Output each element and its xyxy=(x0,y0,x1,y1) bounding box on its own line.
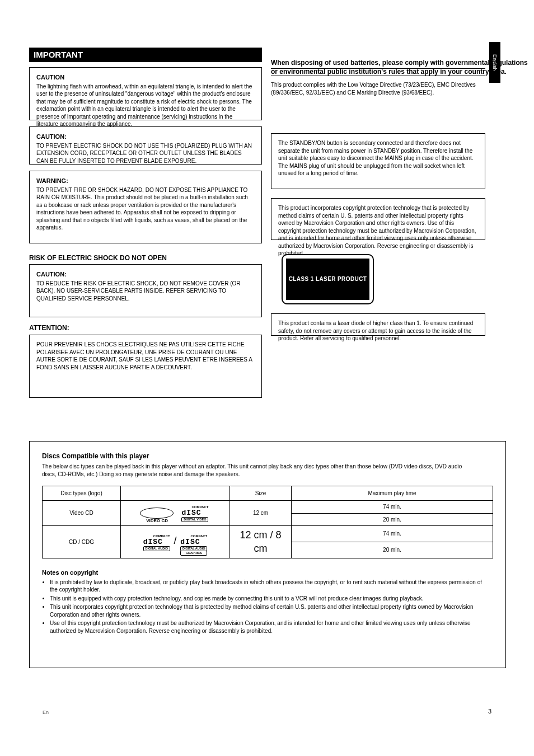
th-max-play: Maximum play time xyxy=(292,486,493,501)
copyright-notes-title: Notes on copyright xyxy=(42,569,493,577)
disc-size: 12 cm xyxy=(230,501,292,526)
vcd-oval-icon xyxy=(140,508,174,519)
play-time-r1: 74 min. xyxy=(292,501,493,514)
caution-body: TO REDUCE THE RISK OF ELECTRIC SHOCK, DO… xyxy=(36,280,255,303)
vcd-logo-cell: COMPACT dISC DIGITAL VIDEO xyxy=(121,501,230,526)
play-time-r2: 20 min. xyxy=(292,542,493,558)
play-time-r2: 20 min. xyxy=(292,513,493,526)
cd-cdg-logo-cell: COMPACT dISC DIGITAL AUDIO / COMPACT dIS… xyxy=(121,526,230,558)
list-item: This unit incorporates copyright protect… xyxy=(50,603,488,618)
risk-shock-heading: RISK OF ELECTRIC SHOCK DO NOT OPEN xyxy=(29,253,167,262)
th-logo xyxy=(121,486,230,501)
caution-body: TO PREVENT ELECTRIC SHOCK DO NOT USE THI… xyxy=(36,142,255,165)
list-item: Use of this copyright protection technol… xyxy=(50,619,488,635)
discs-table: Disc types (logo) Size Maximum play time… xyxy=(42,486,493,558)
header-bar: IMPORTANT xyxy=(29,48,262,62)
discs-desc: The below disc types can be played back … xyxy=(42,463,473,478)
play-time-r1: 74 min. xyxy=(292,526,493,542)
caution-box-triangles: CAUTION The lightning flash with arrowhe… xyxy=(29,67,262,120)
macrovision-box: This product incorporates copyright prot… xyxy=(271,198,485,240)
list-item: It is prohibited by law to duplicate, br… xyxy=(50,579,488,594)
caution-body: The lightning flash with arrowhead, with… xyxy=(36,83,255,128)
caution-no-remove-cover-box: CAUTION: TO REDUCE THE RISK OF ELECTRIC … xyxy=(29,264,262,317)
disc-size: 12 cm / 8 cm xyxy=(230,526,292,558)
table-row: Video CD COMPACT dISC DIGITAL VIDEO 12 c… xyxy=(43,501,493,514)
warning-title: WARNING: xyxy=(36,177,255,185)
caution-plug-box: CAUTION: TO PREVENT ELECTRIC SHOCK DO NO… xyxy=(29,126,262,165)
attention-body: POUR PREVENIR LES CHOCS ELECTRIQUES NE P… xyxy=(36,341,255,371)
slash-icon: / xyxy=(174,535,176,546)
right-col-intro: This product complies with the Low Volta… xyxy=(271,81,485,96)
hr xyxy=(271,68,485,69)
caution-title: CAUTION xyxy=(36,73,255,82)
footer-lang-code: En xyxy=(43,709,49,716)
th-size: Size xyxy=(230,486,292,501)
table-header-row: Disc types (logo) Size Maximum play time xyxy=(43,486,493,501)
compact-disc-graphics-icon: COMPACT dISC DIGITAL AUDIO GRAPHICS xyxy=(180,534,207,550)
attention-heading: ATTENTION: xyxy=(29,323,69,332)
standby-note-box: The STANDBY/ON button is secondary conne… xyxy=(271,133,485,189)
discs-title: Discs Compatible with this player xyxy=(42,452,493,461)
hr xyxy=(271,76,485,76)
laser-diode-note-box: This product contains a laser diode of h… xyxy=(271,313,485,336)
th-disc-types: Disc types (logo) xyxy=(43,486,121,501)
right-col-title: When disposing of used batteries, please… xyxy=(271,58,534,76)
table-row: CD / CDG COMPACT dISC DIGITAL AUDIO / CO… xyxy=(43,526,493,542)
compact-disc-icon: COMPACT dISC DIGITAL VIDEO xyxy=(181,505,208,521)
disc-type: Video CD xyxy=(43,501,121,526)
warning-rain-box: WARNING: TO PREVENT FIRE OR SHOCK HAZARD… xyxy=(29,171,262,243)
attention-french-box: POUR PREVENIR LES CHOCS ELECTRIQUES NE P… xyxy=(29,335,262,398)
class1-laser-label: CLASS 1 LASER PRODUCT xyxy=(282,254,374,304)
list-item: This unit is equipped with copy protecti… xyxy=(50,595,488,603)
copyright-notes-list: It is prohibited by law to duplicate, br… xyxy=(42,579,488,635)
caution-title: CAUTION: xyxy=(36,133,255,141)
caution-title: CAUTION: xyxy=(36,270,255,279)
warning-body: TO PREVENT FIRE OR SHOCK HAZARD, DO NOT … xyxy=(36,186,255,232)
discs-compatible-box: Discs Compatible with this player The be… xyxy=(29,441,506,668)
disc-type: CD / CDG xyxy=(43,526,121,558)
page-number: 3 xyxy=(488,707,491,716)
compact-disc-icon: COMPACT dISC DIGITAL AUDIO xyxy=(143,534,170,550)
laser-label-text: CLASS 1 LASER PRODUCT xyxy=(286,259,369,300)
